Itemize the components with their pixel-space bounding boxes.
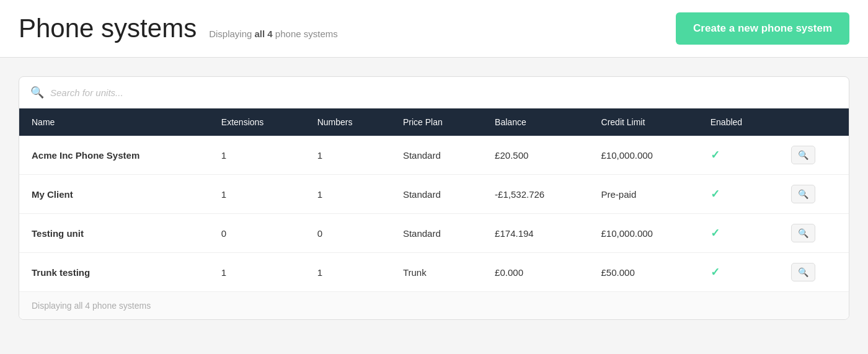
col-price-plan: Price Plan bbox=[391, 108, 482, 136]
search-input[interactable] bbox=[50, 87, 838, 98]
cell-enabled: ✓ bbox=[698, 253, 779, 292]
table-footer: Displaying all 4 phone systems bbox=[19, 291, 849, 319]
cell-numbers: 1 bbox=[305, 253, 391, 292]
cell-credit-limit: £10,000.000 bbox=[589, 214, 698, 253]
row-search-button[interactable]: 🔍 bbox=[791, 146, 815, 164]
col-balance: Balance bbox=[482, 108, 588, 136]
cell-price-plan: Trunk bbox=[391, 253, 482, 292]
enabled-check-icon: ✓ bbox=[711, 149, 720, 161]
col-extensions: Extensions bbox=[209, 108, 305, 136]
table-row: Acme Inc Phone System 1 1 Standard £20.5… bbox=[19, 136, 849, 175]
col-credit-limit: Credit Limit bbox=[589, 108, 698, 136]
main-content: 🔍 Name Extensions Numbers Price Plan Bal… bbox=[0, 58, 868, 339]
page-header: Phone systems Displaying all 4 phone sys… bbox=[0, 0, 868, 58]
subtitle-bold: all 4 bbox=[255, 29, 273, 39]
col-actions bbox=[779, 108, 849, 136]
cell-extensions: 1 bbox=[209, 136, 305, 175]
cell-credit-limit: Pre-paid bbox=[589, 175, 698, 214]
create-phone-system-button[interactable]: Create a new phone system bbox=[676, 12, 849, 45]
cell-price-plan: Standard bbox=[391, 214, 482, 253]
cell-balance: £20.500 bbox=[482, 136, 588, 175]
cell-name: Acme Inc Phone System bbox=[19, 136, 209, 175]
col-name: Name bbox=[19, 108, 209, 136]
cell-enabled: ✓ bbox=[698, 136, 779, 175]
enabled-check-icon: ✓ bbox=[711, 227, 720, 239]
table-container: 🔍 Name Extensions Numbers Price Plan Bal… bbox=[19, 76, 849, 320]
cell-action: 🔍 bbox=[779, 253, 849, 292]
table-row: Trunk testing 1 1 Trunk £0.000 £50.000 ✓… bbox=[19, 253, 849, 292]
col-numbers: Numbers bbox=[305, 108, 391, 136]
cell-balance: £174.194 bbox=[482, 214, 588, 253]
cell-extensions: 0 bbox=[209, 214, 305, 253]
subtitle: Displaying all 4 phone systems bbox=[209, 29, 338, 39]
search-icon: 🔍 bbox=[30, 86, 44, 99]
row-search-button[interactable]: 🔍 bbox=[791, 263, 815, 281]
cell-extensions: 1 bbox=[209, 253, 305, 292]
cell-credit-limit: £50.000 bbox=[589, 253, 698, 292]
cell-action: 🔍 bbox=[779, 214, 849, 253]
cell-numbers: 1 bbox=[305, 136, 391, 175]
phone-systems-table: Name Extensions Numbers Price Plan Balan… bbox=[19, 108, 849, 291]
cell-action: 🔍 bbox=[779, 175, 849, 214]
cell-enabled: ✓ bbox=[698, 175, 779, 214]
cell-price-plan: Standard bbox=[391, 175, 482, 214]
cell-action: 🔍 bbox=[779, 136, 849, 175]
table-row: Testing unit 0 0 Standard £174.194 £10,0… bbox=[19, 214, 849, 253]
cell-name: Testing unit bbox=[19, 214, 209, 253]
table-body: Acme Inc Phone System 1 1 Standard £20.5… bbox=[19, 136, 849, 291]
header-row: Name Extensions Numbers Price Plan Balan… bbox=[19, 108, 849, 136]
cell-numbers: 0 bbox=[305, 214, 391, 253]
enabled-check-icon: ✓ bbox=[711, 188, 720, 200]
cell-balance: £0.000 bbox=[482, 253, 588, 292]
col-enabled: Enabled bbox=[698, 108, 779, 136]
cell-extensions: 1 bbox=[209, 175, 305, 214]
cell-credit-limit: £10,000.000 bbox=[589, 136, 698, 175]
cell-name: My Client bbox=[19, 175, 209, 214]
cell-enabled: ✓ bbox=[698, 214, 779, 253]
table-row: My Client 1 1 Standard -£1,532.726 Pre-p… bbox=[19, 175, 849, 214]
page-title: Phone systems bbox=[19, 14, 197, 43]
cell-balance: -£1,532.726 bbox=[482, 175, 588, 214]
row-search-button[interactable]: 🔍 bbox=[791, 185, 815, 203]
search-bar: 🔍 bbox=[19, 77, 849, 108]
cell-name: Trunk testing bbox=[19, 253, 209, 292]
cell-numbers: 1 bbox=[305, 175, 391, 214]
table-header: Name Extensions Numbers Price Plan Balan… bbox=[19, 108, 849, 136]
enabled-check-icon: ✓ bbox=[711, 266, 720, 278]
header-left: Phone systems Displaying all 4 phone sys… bbox=[19, 14, 338, 43]
row-search-button[interactable]: 🔍 bbox=[791, 224, 815, 242]
cell-price-plan: Standard bbox=[391, 136, 482, 175]
